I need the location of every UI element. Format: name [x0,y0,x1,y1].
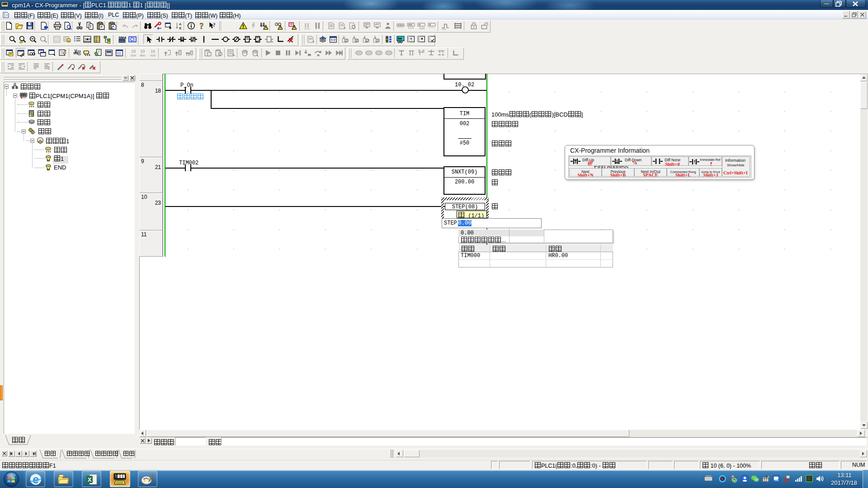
svg-text:002: 002 [117,54,121,57]
svg-text:CI: CI [130,37,134,42]
svg-text:non: non [420,27,425,30]
svg-text:X: X [88,476,92,483]
svg-text:non: non [150,54,156,57]
svg-text:!: ! [694,159,696,164]
svg-text:non: non [131,54,136,57]
svg-text:I■H: I■H [84,37,90,41]
svg-text:?: ? [200,22,204,30]
svg-text:?: ? [212,22,215,28]
svg-text:B: B [179,26,181,30]
svg-text:A: A [179,22,182,26]
svg-text:non: non [442,28,446,30]
svg-text:10: 10 [131,49,136,54]
svg-text:16: 16 [151,49,155,54]
svg-text:e: e [33,473,39,486]
svg-text:HH: HH [398,37,402,41]
svg-text:6: 6 [767,475,769,479]
svg-text:n̸on: n̸on [140,54,145,57]
svg-text:10: 10 [140,49,145,54]
